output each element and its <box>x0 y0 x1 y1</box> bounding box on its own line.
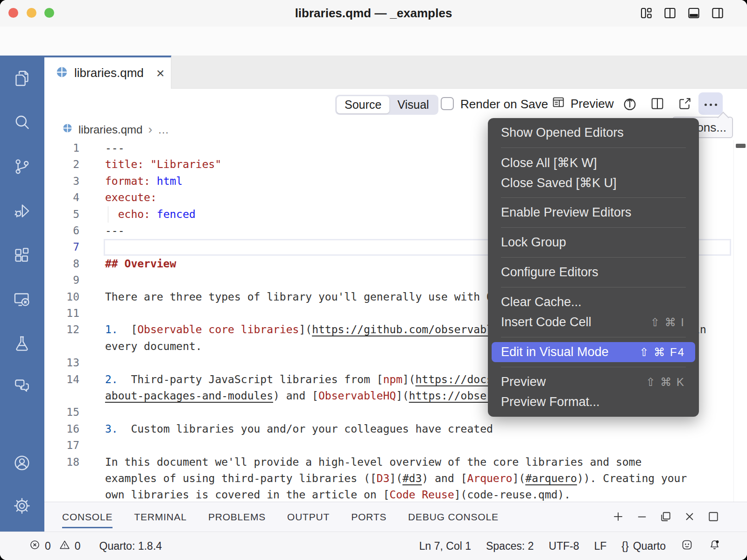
line-number[interactable]: 11 <box>50 305 79 322</box>
menu-item-label: Preview Format... <box>501 395 600 409</box>
code-line[interactable]: There are three types of library you'll … <box>105 289 512 305</box>
panel-tab-output[interactable]: OUTPUT <box>287 502 330 532</box>
sessions-icon[interactable] <box>13 290 31 311</box>
line-number[interactable]: 16 <box>50 421 79 437</box>
split-editor-layout-icon[interactable] <box>663 6 677 20</box>
source-control-icon[interactable] <box>13 157 31 178</box>
render-on-save-checkbox[interactable] <box>441 97 454 110</box>
comments-icon[interactable] <box>13 377 31 397</box>
source-mode-button[interactable]: Source <box>337 96 389 113</box>
menu-item-enable-preview-editors[interactable]: Enable Preview Editors <box>488 203 699 223</box>
cursor-position-status[interactable]: Ln 7, Col 1 <box>419 540 471 553</box>
panel-tab-terminal[interactable]: TERMINAL <box>134 502 187 532</box>
code-line[interactable]: examples of using third-party libraries … <box>105 470 687 487</box>
status-bar: 0 0 Quarto: 1.8.4 Ln 7, Col 1 Spaces: 2 … <box>0 532 747 560</box>
panel-plus-icon[interactable] <box>612 510 625 525</box>
menu-item-clear-cache[interactable]: Clear Cache... <box>488 292 699 312</box>
code-line[interactable]: --- <box>105 223 125 239</box>
feedback-icon[interactable] <box>681 539 693 554</box>
close-tab-icon[interactable]: × <box>156 66 165 80</box>
code-line[interactable]: 3. Custom libraries you and/or your coll… <box>105 421 493 437</box>
toggle-secondary-sidebar-icon[interactable] <box>711 6 725 20</box>
activity-bar <box>0 56 44 532</box>
editor-action-bar: Source Visual Render on Save Preview <box>44 89 747 119</box>
problems-status[interactable]: 0 0 <box>29 539 81 553</box>
code-line[interactable]: title: "Libraries" <box>105 156 221 173</box>
menu-item-label: Lock Group <box>501 235 566 250</box>
menu-item-close-all-k-w[interactable]: Close All [⌘K W] <box>488 153 699 173</box>
menu-item-preview-format[interactable]: Preview Format... <box>488 392 699 412</box>
menu-item-close-saved-k-u[interactable]: Close Saved [⌘K U] <box>488 173 699 193</box>
menu-item-insert-code-cell[interactable]: Insert Code Cell⇧ ⌘ I <box>488 312 699 332</box>
extensions-icon[interactable] <box>13 246 31 266</box>
line-number[interactable]: 14 <box>50 371 79 388</box>
line-number[interactable]: 17 <box>50 437 79 454</box>
code-line[interactable]: own libraries is covered in the article … <box>105 487 571 502</box>
render-on-save-label[interactable]: Render on Save <box>460 97 548 112</box>
panel-tab-problems[interactable]: PROBLEMS <box>208 502 266 532</box>
line-number[interactable]: 4 <box>50 189 79 206</box>
panel-tab-debug-console[interactable]: DEBUG CONSOLE <box>408 502 499 532</box>
line-number[interactable]: 6 <box>50 223 79 239</box>
run-debug-icon[interactable] <box>13 202 31 222</box>
testing-icon[interactable] <box>13 334 31 355</box>
toggle-panel-icon[interactable] <box>687 6 701 20</box>
indentation-status[interactable]: Spaces: 2 <box>486 540 534 553</box>
menu-item-shortcut: ⇧ ⌘ I <box>650 316 685 329</box>
breadcrumb-more[interactable]: … <box>158 123 169 136</box>
eol-status[interactable]: LF <box>594 540 606 553</box>
tab-libraries-qmd[interactable]: libraries.qmd × <box>44 56 171 89</box>
menu-item-edit-in-visual-mode[interactable]: Edit in Visual Mode⇧ ⌘ F4 <box>492 342 695 362</box>
menu-item-label: Configure Editors <box>501 265 599 280</box>
line-number[interactable]: 2 <box>50 156 79 173</box>
line-number[interactable]: 7 <box>50 239 79 255</box>
line-number[interactable]: 9 <box>50 272 79 288</box>
tab-label: libraries.qmd <box>74 66 144 80</box>
code-line[interactable]: format: html <box>105 173 183 189</box>
code-line[interactable]: In this document we'll provide a high-le… <box>105 454 641 470</box>
quarto-version-status[interactable]: Quarto: 1.8.4 <box>99 540 162 553</box>
settings-gear-icon[interactable] <box>13 497 31 517</box>
line-number[interactable]: 1 <box>50 140 79 156</box>
panel-close-icon[interactable] <box>683 510 696 525</box>
line-number[interactable]: 13 <box>50 355 79 371</box>
panel-tab-ports[interactable]: PORTS <box>351 502 387 532</box>
panel-minimize-icon[interactable] <box>635 510 648 525</box>
menu-item-shortcut: ⇧ ⌘ K <box>646 376 685 389</box>
preview-button[interactable]: Preview <box>551 95 613 112</box>
panel-maximize-icon[interactable] <box>707 510 720 525</box>
scrollbar-thumb[interactable] <box>736 144 746 148</box>
account-icon[interactable] <box>13 454 31 474</box>
line-number[interactable]: 5 <box>50 206 79 223</box>
line-number[interactable]: 15 <box>50 404 79 420</box>
panel-restore-icon[interactable] <box>659 510 672 525</box>
code-line[interactable]: echo: fenced <box>105 206 196 223</box>
line-number[interactable]: 3 <box>50 173 79 189</box>
notifications-bell-icon[interactable] <box>708 539 721 554</box>
code-line[interactable]: execute: <box>105 189 157 206</box>
open-in-new-window-icon[interactable] <box>677 96 692 113</box>
visual-mode-button[interactable]: Visual <box>389 96 437 113</box>
line-number[interactable]: 8 <box>50 256 79 272</box>
encoding-status[interactable]: UTF-8 <box>549 540 579 553</box>
explorer-icon[interactable] <box>13 69 31 90</box>
panel-tab-console[interactable]: CONSOLE <box>62 502 113 532</box>
language-mode-status[interactable]: {} Quarto <box>621 540 666 553</box>
search-icon[interactable] <box>13 113 31 133</box>
more-actions-button[interactable] <box>698 92 723 115</box>
line-number[interactable]: 18 <box>50 454 79 470</box>
publish-icon[interactable] <box>622 96 638 114</box>
breadcrumb-file[interactable]: libraries.qmd <box>78 123 142 136</box>
customize-layout-icon[interactable] <box>639 6 653 20</box>
code-line[interactable]: --- <box>105 140 125 156</box>
code-line[interactable]: ## Overview <box>105 256 176 272</box>
line-number[interactable]: 10 <box>50 289 79 305</box>
menu-item-preview[interactable]: Preview⇧ ⌘ K <box>488 372 699 392</box>
menu-item-show-opened-editors[interactable]: Show Opened Editors <box>488 123 699 143</box>
menu-item-configure-editors[interactable]: Configure Editors <box>488 262 699 282</box>
menu-item-lock-group[interactable]: Lock Group <box>488 232 699 252</box>
code-line[interactable]: every document. <box>105 338 202 355</box>
split-editor-icon[interactable] <box>650 96 665 113</box>
line-number[interactable]: 12 <box>50 322 79 338</box>
warning-icon <box>59 539 70 553</box>
